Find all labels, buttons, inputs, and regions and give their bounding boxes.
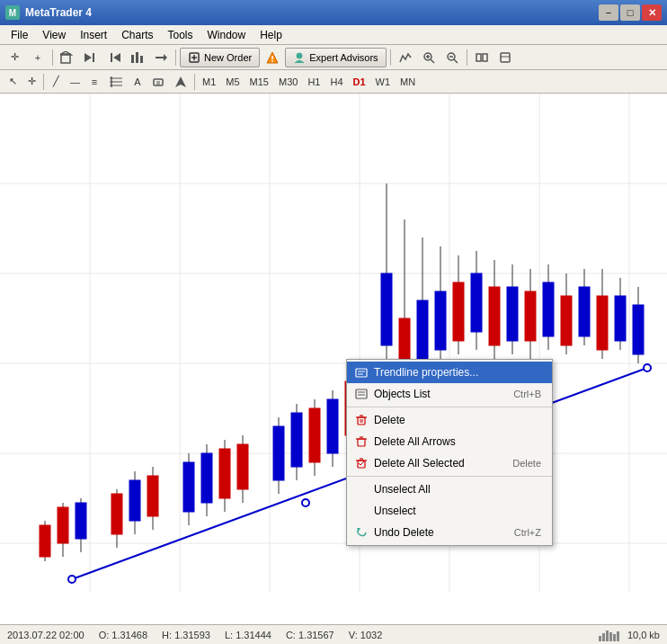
ctx-objects-list[interactable]: Objects List Ctrl+B bbox=[347, 383, 552, 405]
menu-help[interactable]: Help bbox=[253, 27, 289, 43]
crosshair-tool[interactable]: ✛ bbox=[22, 73, 40, 91]
svg-marker-6 bbox=[113, 53, 120, 62]
menu-tools[interactable]: Tools bbox=[161, 27, 200, 43]
menu-insert[interactable]: Insert bbox=[73, 27, 114, 43]
svg-point-19 bbox=[297, 53, 302, 58]
svg-rect-128 bbox=[358, 439, 365, 446]
svg-marker-3 bbox=[60, 51, 71, 55]
svg-rect-10 bbox=[140, 56, 143, 63]
tf-mn[interactable]: MN bbox=[396, 73, 420, 91]
zoomin-btn[interactable]: + bbox=[27, 48, 49, 67]
svg-rect-108 bbox=[561, 296, 572, 345]
maximize-button[interactable]: □ bbox=[620, 4, 640, 21]
drawing-toolbar: ↖ ✛ ╱ — ≡ A M1 M5 M15 M30 H1 H4 D1 W1 MN bbox=[0, 70, 667, 94]
context-menu: Trendline properties... Objects List Ctr… bbox=[346, 359, 553, 546]
svg-rect-80 bbox=[291, 413, 302, 467]
draw-sep1 bbox=[43, 74, 44, 90]
line-tool[interactable]: ╱ bbox=[47, 73, 65, 91]
properties-icon bbox=[354, 365, 369, 380]
svg-rect-66 bbox=[129, 480, 140, 521]
unselect-icon bbox=[354, 504, 369, 518]
period-sep-btn[interactable] bbox=[471, 48, 493, 67]
app-window: M MetaTrader 4 − □ ✕ File View Insert Ch… bbox=[0, 0, 667, 644]
svg-line-25 bbox=[454, 59, 458, 63]
zoom-out-btn[interactable] bbox=[441, 48, 463, 67]
tf-m15[interactable]: M15 bbox=[245, 73, 273, 91]
minimize-button[interactable]: − bbox=[599, 4, 618, 21]
menu-file[interactable]: File bbox=[4, 27, 35, 43]
zoom-in-btn[interactable] bbox=[418, 48, 440, 67]
ctx-unselect-all[interactable]: Unselect All bbox=[347, 479, 552, 500]
crosshair-btn[interactable]: ✛ bbox=[4, 48, 25, 67]
ctx-objects-list-shortcut: Ctrl+B bbox=[513, 389, 541, 399]
tf-d1[interactable]: D1 bbox=[349, 73, 370, 91]
svg-rect-139 bbox=[613, 634, 616, 641]
hline-tool[interactable]: — bbox=[66, 73, 84, 91]
svg-rect-88 bbox=[381, 273, 392, 345]
home-btn[interactable] bbox=[57, 48, 78, 67]
tf-w1[interactable]: W1 bbox=[371, 73, 396, 91]
svg-rect-78 bbox=[273, 426, 284, 480]
ctx-delete[interactable]: Delete bbox=[347, 409, 552, 431]
text-tool[interactable]: A bbox=[129, 73, 147, 91]
svg-rect-64 bbox=[111, 494, 122, 534]
app-icon: M bbox=[5, 5, 20, 20]
svg-rect-138 bbox=[609, 632, 612, 641]
status-high: H: 1.31593 bbox=[162, 630, 210, 640]
ctx-trendline-properties[interactable]: Trendline properties... bbox=[347, 362, 552, 383]
tf-m1[interactable]: M1 bbox=[198, 73, 220, 91]
svg-rect-114 bbox=[615, 296, 626, 341]
svg-rect-92 bbox=[417, 300, 428, 368]
svg-rect-120 bbox=[356, 389, 367, 398]
menu-view[interactable]: View bbox=[35, 27, 73, 43]
svg-rect-117 bbox=[356, 369, 367, 377]
svg-rect-100 bbox=[489, 287, 500, 345]
ctx-sep1 bbox=[347, 407, 552, 407]
status-volume: V: 1032 bbox=[349, 630, 383, 640]
scroll-btn[interactable] bbox=[150, 48, 172, 67]
tf-m30[interactable]: M30 bbox=[274, 73, 302, 91]
tf-m5[interactable]: M5 bbox=[221, 73, 244, 91]
expert-advisors-button[interactable]: Expert Advisors bbox=[285, 48, 386, 67]
arrows-tool[interactable] bbox=[170, 73, 191, 91]
svg-rect-106 bbox=[543, 282, 554, 336]
fibo-tool[interactable] bbox=[104, 73, 128, 91]
status-low: L: 1.31444 bbox=[225, 630, 271, 640]
forward-btn[interactable] bbox=[80, 48, 102, 67]
back-btn[interactable] bbox=[103, 48, 125, 67]
volume-bars-icon bbox=[599, 629, 620, 641]
svg-text:M: M bbox=[9, 8, 16, 18]
svg-rect-136 bbox=[602, 633, 605, 641]
ctx-unselect-all-label: Unselect All bbox=[374, 483, 431, 496]
window-title: MetaTrader 4 bbox=[25, 6, 599, 19]
ctx-unselect[interactable]: Unselect bbox=[347, 500, 552, 522]
tf-h1[interactable]: H1 bbox=[303, 73, 325, 91]
cursor-tool[interactable]: ↖ bbox=[4, 73, 22, 91]
sep2 bbox=[175, 49, 176, 66]
close-button[interactable]: ✕ bbox=[642, 4, 662, 21]
indicators-btn[interactable] bbox=[395, 48, 416, 67]
undo-icon bbox=[354, 525, 369, 540]
new-order-button[interactable]: New Order bbox=[180, 48, 260, 67]
ctx-delete-all-arrows[interactable]: Delete All Arrows bbox=[347, 431, 552, 452]
svg-rect-84 bbox=[327, 399, 338, 453]
template-btn[interactable] bbox=[494, 48, 516, 67]
channels-tool[interactable]: ≡ bbox=[85, 73, 103, 91]
draw-sep2 bbox=[194, 74, 195, 90]
chart-type-btn[interactable] bbox=[127, 48, 148, 67]
label-tool[interactable] bbox=[147, 73, 169, 91]
svg-rect-58 bbox=[40, 525, 50, 557]
ctx-undo-delete[interactable]: Undo Delete Ctrl+Z bbox=[347, 522, 552, 543]
alert-btn[interactable] bbox=[262, 48, 283, 67]
menu-window[interactable]: Window bbox=[200, 27, 253, 43]
tf-h4[interactable]: H4 bbox=[325, 73, 347, 91]
svg-rect-96 bbox=[453, 282, 464, 341]
ctx-delete-all-selected[interactable]: Delete All Selected Delete bbox=[347, 452, 552, 474]
chart-svg bbox=[0, 94, 667, 593]
sep1 bbox=[52, 49, 53, 66]
menu-charts[interactable]: Charts bbox=[114, 27, 160, 43]
delete-selected-icon bbox=[354, 456, 369, 470]
window-controls: − □ ✕ bbox=[599, 4, 662, 21]
ctx-unselect-label: Unselect bbox=[374, 505, 416, 517]
status-size: 10,0 kb bbox=[627, 630, 660, 640]
